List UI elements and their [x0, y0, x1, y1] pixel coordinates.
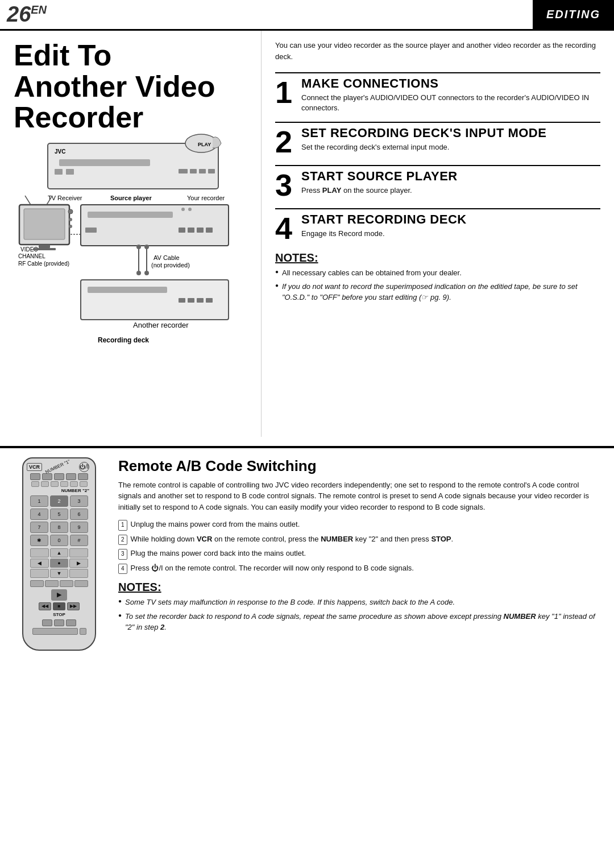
remote-bb-4[interactable] [74, 580, 88, 587]
remote-num-8[interactable]: 8 [50, 522, 68, 533]
remote-btn-sm[interactable] [41, 481, 49, 487]
remote-btn[interactable] [54, 473, 64, 480]
svg-rect-38 [88, 287, 167, 293]
remote-num-0[interactable]: 0 [50, 535, 68, 546]
remote-arrow-down-right[interactable] [69, 569, 88, 578]
remote-num-1[interactable]: 1 [30, 495, 48, 507]
remote-sq-btn[interactable] [80, 628, 86, 635]
remote-btn[interactable] [78, 473, 88, 480]
svg-rect-11 [24, 209, 65, 239]
svg-point-23 [188, 208, 192, 211]
step-2-number: 2 [275, 126, 296, 157]
remote-notes-title: NOTES: [118, 581, 600, 594]
remote-numpad: 1 2 3 4 5 6 7 8 9 ✱ 0 # [30, 495, 88, 546]
remote-btn[interactable] [66, 473, 76, 480]
svg-rect-4 [55, 169, 63, 175]
remote-btn-sm[interactable] [70, 481, 78, 487]
remote-arrow-up-right[interactable] [69, 548, 88, 557]
remote-body: VCR NUMBER "1" ⏻/I NUMBER "2" [22, 457, 96, 651]
step-4-content: START RECORDING DECK Engage its Record m… [301, 213, 467, 239]
remote-misc-btn[interactable] [66, 619, 76, 626]
remote-bb-1[interactable] [30, 580, 44, 587]
remote-power-btn[interactable]: ⏻/I [79, 462, 89, 472]
svg-rect-20 [81, 205, 229, 246]
remote-num-4[interactable]: 4 [30, 509, 48, 520]
step-1-number: 1 [275, 77, 296, 108]
remote-bb-2[interactable] [45, 580, 59, 587]
source-player-diagram-label: Source player [110, 195, 152, 201]
svg-rect-42 [206, 298, 213, 303]
remote-num-9[interactable]: 9 [70, 522, 88, 533]
svg-rect-27 [206, 228, 213, 233]
remote-btn[interactable] [30, 473, 40, 480]
remote-number2-label: NUMBER "2" [27, 488, 89, 493]
remote-btn-sm[interactable] [80, 481, 88, 487]
step-3-desc: Press PLAY on the source player. [301, 185, 458, 196]
remote-vcr-badge: VCR [27, 463, 42, 471]
svg-rect-28 [85, 228, 97, 233]
remote-ff-btn[interactable]: ▶▶ [67, 602, 80, 610]
step-4-desc: Engage its Record mode. [301, 229, 467, 239]
remote-bb-3[interactable] [60, 580, 73, 587]
remote-row-1 [27, 473, 92, 480]
remote-arrow-down-left[interactable] [30, 569, 49, 578]
svg-rect-9 [208, 169, 215, 173]
remote-arrow-down[interactable]: ▼ [50, 569, 69, 578]
remote-number1-indicator: NUMBER "1" [44, 459, 70, 475]
title-line3: Recorder [14, 102, 250, 133]
remote-misc-row [27, 619, 92, 626]
remote-note-1-text: Some TV sets may malfunction in response… [125, 598, 455, 606]
page-num-text: 26 [7, 2, 31, 26]
svg-text:(not provided): (not provided) [151, 262, 190, 268]
remote-num-7[interactable]: 7 [30, 522, 48, 533]
remote-content: Remote A/B Code Switching The remote con… [118, 457, 600, 651]
step-3-content: START SOURCE PLAYER Press PLAY on the so… [301, 170, 458, 196]
remote-intro-text: The remote control is capable of control… [118, 480, 600, 513]
note-top-2: If you do not want to record the superim… [275, 282, 600, 303]
page-header: 26EN EDITING [0, 0, 614, 31]
tv-receiver-diagram-label: TV Receiver [48, 195, 82, 201]
svg-rect-24 [179, 228, 185, 233]
remote-arrows: ▲ ◀ ● ▶ ▼ [30, 548, 88, 578]
remote-misc-btn[interactable] [42, 619, 52, 626]
remote-arrow-up-left[interactable] [30, 548, 49, 557]
remote-stop-btn[interactable]: ■ [53, 602, 65, 610]
step-2-desc: Set the recording deck's external input … [301, 142, 546, 152]
remote-misc-row-2 [27, 628, 92, 635]
remote-misc-btn[interactable] [54, 619, 64, 626]
remote-num-6[interactable]: 6 [70, 509, 88, 520]
title-line2: Another Video [14, 71, 250, 102]
diagram-area: PLAY JVC TV Receiver Source player Your … [14, 143, 250, 428]
intro-text: You can use your video recorder as the s… [275, 40, 600, 62]
remote-num-2[interactable]: 2 [50, 495, 68, 507]
remote-section-title: Remote A/B Code Switching [118, 457, 600, 475]
remote-rewind-btn[interactable]: ◀◀ [39, 602, 51, 610]
svg-point-33 [144, 245, 149, 249]
remote-arrow-center[interactable]: ● [50, 559, 69, 568]
svg-rect-19 [33, 248, 56, 250]
remote-arrow-right[interactable]: ▶ [69, 559, 88, 568]
remote-step-2-num: 2 [118, 535, 127, 545]
connection-diagram: PLAY JVC TV Receiver Source player Your … [14, 143, 241, 428]
main-content: Edit To Another Video Recorder PLAY JVC [0, 31, 614, 437]
remote-step-2-text: While holding down VCR on the remote con… [131, 534, 454, 545]
remote-num-hash[interactable]: # [70, 535, 88, 546]
remote-num-star[interactable]: ✱ [30, 535, 48, 546]
remote-btn-sm[interactable] [51, 481, 59, 487]
remote-num-3[interactable]: 3 [70, 495, 88, 507]
remote-btn-sm[interactable] [60, 481, 68, 487]
page-number: 26EN [0, 0, 533, 29]
remote-btn-sm[interactable] [31, 481, 39, 487]
remote-num-5[interactable]: 5 [50, 509, 68, 520]
step-3-play-bold: PLAY [322, 186, 341, 195]
remote-arrow-left[interactable]: ◀ [30, 559, 49, 568]
svg-point-15 [69, 218, 72, 221]
remote-play-btn[interactable]: ▶ [51, 589, 67, 601]
remote-wide-btn[interactable] [32, 628, 78, 635]
remote-arrow-up[interactable]: ▲ [50, 548, 69, 557]
av-cable-label: AV Cable [154, 254, 180, 261]
remote-steps-list: 1 Unplug the mains power cord from the m… [118, 519, 600, 574]
right-column: You can use your video recorder as the s… [262, 31, 614, 437]
step-2-section: 2 SET RECORDING DECK'S INPUT MODE Set th… [275, 122, 600, 157]
remote-transport: ◀◀ ■ ▶▶ [27, 602, 92, 610]
